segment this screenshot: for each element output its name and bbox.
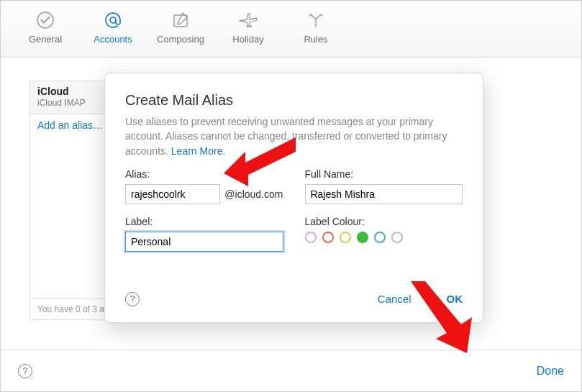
bottom-bar: ? Done [1, 350, 581, 391]
swatch-grey[interactable] [391, 232, 403, 243]
dialog-help-button[interactable]: ? [125, 292, 140, 306]
ok-button[interactable]: OK [432, 293, 463, 305]
swatch-blue[interactable] [374, 232, 386, 243]
tab-accounts[interactable]: Accounts [81, 9, 145, 45]
create-alias-dialog: Create Mail Alias Use aliases to prevent… [104, 73, 483, 323]
at-sign-icon [103, 9, 123, 31]
fullname-input[interactable] [305, 184, 463, 204]
checkmark-circle-icon [36, 9, 55, 31]
add-alias-label: Add an alias… [37, 119, 103, 131]
colour-swatches [305, 232, 463, 243]
compose-icon [171, 9, 190, 31]
tab-general[interactable]: General [14, 9, 77, 45]
alias-label: Alias: [125, 168, 283, 180]
tab-composing[interactable]: Composing [149, 9, 212, 45]
svg-point-1 [110, 17, 116, 23]
tab-label: General [29, 34, 62, 45]
swatch-green[interactable] [357, 232, 368, 243]
tab-holiday[interactable]: Holiday [217, 9, 280, 45]
tab-label: Holiday [232, 34, 263, 45]
tab-label: Composing [157, 34, 204, 45]
swatch-red[interactable] [322, 232, 334, 243]
branching-arrows-icon [306, 9, 325, 31]
cancel-button[interactable]: Cancel [378, 293, 412, 305]
alias-domain: @icloud.com [224, 188, 283, 200]
preferences-window: General Accounts Composing Holiday Rules [0, 0, 582, 392]
fullname-label: Full Name: [305, 168, 463, 180]
label-input[interactable] [125, 232, 283, 252]
dialog-description: Use aliases to prevent receiving unwante… [125, 114, 463, 158]
learn-more-link[interactable]: Learn More. [171, 145, 225, 157]
alias-input[interactable] [125, 184, 220, 204]
colour-label: Label Colour: [305, 216, 463, 227]
svg-point-0 [37, 12, 53, 28]
done-button[interactable]: Done [537, 365, 564, 378]
swatch-yellow[interactable] [340, 232, 351, 243]
help-button[interactable]: ? [18, 364, 32, 378]
toolbar: General Accounts Composing Holiday Rules [1, 1, 581, 58]
airplane-icon [238, 9, 258, 31]
tab-label: Accounts [94, 34, 132, 45]
label-field-label: Label: [125, 216, 283, 227]
swatch-pink[interactable] [305, 232, 317, 243]
dialog-title: Create Mail Alias [125, 92, 463, 109]
tab-rules[interactable]: Rules [284, 9, 347, 45]
tab-label: Rules [304, 34, 327, 45]
